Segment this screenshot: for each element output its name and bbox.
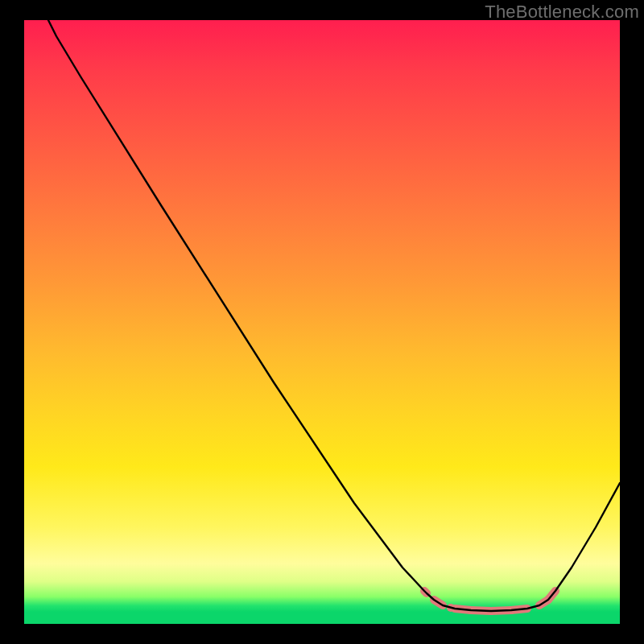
marker-group	[424, 591, 555, 612]
watermark-label: TheBottleneck.com	[485, 2, 639, 23]
chart-container: TheBottleneck.com	[0, 0, 644, 644]
plot-area	[24, 20, 620, 624]
curve-svg	[24, 20, 620, 624]
bottleneck-curve	[48, 20, 620, 611]
